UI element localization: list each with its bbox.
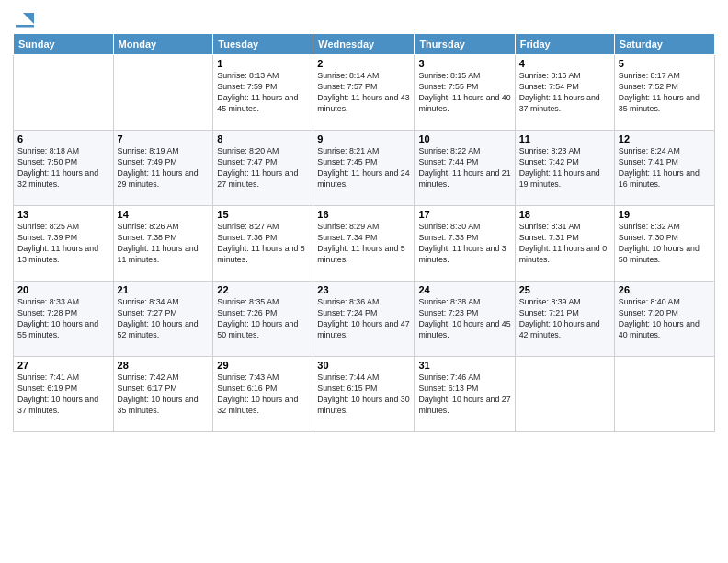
day-info: Sunrise: 8:22 AMSunset: 7:44 PMDaylight:…: [418, 146, 510, 190]
calendar-cell: 1Sunrise: 8:13 AMSunset: 7:59 PMDaylight…: [213, 55, 313, 131]
calendar-cell: 26Sunrise: 8:40 AMSunset: 7:20 PMDayligh…: [614, 282, 714, 357]
calendar-cell: 3Sunrise: 8:15 AMSunset: 7:55 PMDaylight…: [415, 55, 515, 131]
day-info: Sunrise: 8:38 AMSunset: 7:23 PMDaylight:…: [418, 297, 510, 341]
day-number: 5: [619, 58, 711, 69]
calendar-table: SundayMondayTuesdayWednesdayThursdayFrid…: [13, 33, 715, 432]
day-info: Sunrise: 8:34 AMSunset: 7:27 PMDaylight:…: [118, 297, 210, 341]
weekday-tuesday: Tuesday: [213, 34, 313, 55]
day-info: Sunrise: 8:23 AMSunset: 7:42 PMDaylight:…: [519, 146, 610, 190]
day-number: 18: [519, 209, 610, 220]
weekday-monday: Monday: [113, 34, 213, 55]
day-info: Sunrise: 8:25 AMSunset: 7:39 PMDaylight:…: [17, 222, 109, 266]
day-info: Sunrise: 8:27 AMSunset: 7:36 PMDaylight:…: [217, 222, 309, 266]
day-number: 29: [217, 360, 309, 371]
day-info: Sunrise: 8:31 AMSunset: 7:31 PMDaylight:…: [519, 222, 610, 266]
day-info: Sunrise: 8:24 AMSunset: 7:41 PMDaylight:…: [619, 146, 711, 190]
calendar-cell: 30Sunrise: 7:44 AMSunset: 6:15 PMDayligh…: [313, 357, 415, 432]
calendar-cell: 20Sunrise: 8:33 AMSunset: 7:28 PMDayligh…: [14, 282, 114, 357]
day-number: 8: [217, 133, 309, 144]
day-info: Sunrise: 7:43 AMSunset: 6:16 PMDaylight:…: [217, 373, 309, 417]
day-info: Sunrise: 8:19 AMSunset: 7:49 PMDaylight:…: [118, 146, 210, 190]
logo-icon: [16, 9, 36, 29]
day-number: 30: [317, 360, 410, 371]
week-row-3: 13Sunrise: 8:25 AMSunset: 7:39 PMDayligh…: [14, 206, 715, 282]
weekday-sunday: Sunday: [14, 34, 114, 55]
day-number: 22: [217, 284, 309, 295]
day-info: Sunrise: 7:44 AMSunset: 6:15 PMDaylight:…: [317, 373, 410, 417]
day-number: 6: [17, 133, 109, 144]
day-info: Sunrise: 8:35 AMSunset: 7:26 PMDaylight:…: [217, 297, 309, 341]
calendar-cell: 17Sunrise: 8:30 AMSunset: 7:33 PMDayligh…: [415, 206, 515, 282]
calendar-cell: 31Sunrise: 7:46 AMSunset: 6:13 PMDayligh…: [415, 357, 515, 432]
day-number: 16: [317, 209, 410, 220]
day-number: 19: [619, 209, 711, 220]
day-number: 20: [17, 284, 109, 295]
calendar-cell: [614, 357, 714, 432]
page: SundayMondayTuesdayWednesdayThursdayFrid…: [0, 0, 728, 563]
day-info: Sunrise: 8:13 AMSunset: 7:59 PMDaylight:…: [217, 71, 309, 115]
day-info: Sunrise: 8:18 AMSunset: 7:50 PMDaylight:…: [17, 146, 109, 190]
calendar-cell: 9Sunrise: 8:21 AMSunset: 7:45 PMDaylight…: [313, 131, 415, 206]
day-number: 9: [317, 133, 410, 144]
day-number: 3: [418, 58, 510, 69]
day-number: 11: [519, 133, 610, 144]
calendar-cell: [14, 55, 114, 131]
day-info: Sunrise: 7:41 AMSunset: 6:19 PMDaylight:…: [17, 373, 109, 417]
calendar-cell: 24Sunrise: 8:38 AMSunset: 7:23 PMDayligh…: [415, 282, 515, 357]
day-info: Sunrise: 8:15 AMSunset: 7:55 PMDaylight:…: [418, 71, 510, 115]
calendar-cell: 22Sunrise: 8:35 AMSunset: 7:26 PMDayligh…: [213, 282, 313, 357]
calendar-cell: 21Sunrise: 8:34 AMSunset: 7:27 PMDayligh…: [113, 282, 213, 357]
day-info: Sunrise: 8:21 AMSunset: 7:45 PMDaylight:…: [317, 146, 410, 190]
weekday-saturday: Saturday: [614, 34, 714, 55]
week-row-4: 20Sunrise: 8:33 AMSunset: 7:28 PMDayligh…: [14, 282, 715, 357]
calendar-cell: 12Sunrise: 8:24 AMSunset: 7:41 PMDayligh…: [614, 131, 714, 206]
calendar-cell: 15Sunrise: 8:27 AMSunset: 7:36 PMDayligh…: [213, 206, 313, 282]
day-number: 26: [619, 284, 711, 295]
day-number: 21: [118, 284, 210, 295]
calendar-cell: 13Sunrise: 8:25 AMSunset: 7:39 PMDayligh…: [14, 206, 114, 282]
calendar-cell: 28Sunrise: 7:42 AMSunset: 6:17 PMDayligh…: [113, 357, 213, 432]
day-number: 4: [519, 58, 610, 69]
day-info: Sunrise: 8:36 AMSunset: 7:24 PMDaylight:…: [317, 297, 410, 341]
day-number: 17: [418, 209, 510, 220]
day-info: Sunrise: 8:26 AMSunset: 7:38 PMDaylight:…: [118, 222, 210, 266]
calendar-cell: 25Sunrise: 8:39 AMSunset: 7:21 PMDayligh…: [515, 282, 614, 357]
calendar-cell: 19Sunrise: 8:32 AMSunset: 7:30 PMDayligh…: [614, 206, 714, 282]
day-number: 23: [317, 284, 410, 295]
calendar-cell: 29Sunrise: 7:43 AMSunset: 6:16 PMDayligh…: [213, 357, 313, 432]
day-number: 25: [519, 284, 610, 295]
day-info: Sunrise: 7:46 AMSunset: 6:13 PMDaylight:…: [418, 373, 510, 417]
day-info: Sunrise: 8:20 AMSunset: 7:47 PMDaylight:…: [217, 146, 309, 190]
day-info: Sunrise: 8:17 AMSunset: 7:52 PMDaylight:…: [619, 71, 711, 115]
day-number: 13: [17, 209, 109, 220]
calendar-cell: 18Sunrise: 8:31 AMSunset: 7:31 PMDayligh…: [515, 206, 614, 282]
day-number: 2: [317, 58, 410, 69]
day-info: Sunrise: 8:32 AMSunset: 7:30 PMDaylight:…: [619, 222, 711, 266]
week-row-5: 27Sunrise: 7:41 AMSunset: 6:19 PMDayligh…: [14, 357, 715, 432]
day-number: 12: [619, 133, 711, 144]
svg-rect-1: [16, 25, 34, 28]
weekday-friday: Friday: [515, 34, 614, 55]
calendar-cell: 10Sunrise: 8:22 AMSunset: 7:44 PMDayligh…: [415, 131, 515, 206]
calendar-cell: 11Sunrise: 8:23 AMSunset: 7:42 PMDayligh…: [515, 131, 614, 206]
weekday-thursday: Thursday: [415, 34, 515, 55]
calendar-cell: [515, 357, 614, 432]
day-info: Sunrise: 8:30 AMSunset: 7:33 PMDaylight:…: [418, 222, 510, 266]
weekday-header-row: SundayMondayTuesdayWednesdayThursdayFrid…: [14, 34, 715, 55]
day-info: Sunrise: 8:29 AMSunset: 7:34 PMDaylight:…: [317, 222, 410, 266]
day-info: Sunrise: 8:40 AMSunset: 7:20 PMDaylight:…: [619, 297, 711, 341]
day-number: 14: [118, 209, 210, 220]
day-number: 7: [118, 133, 210, 144]
day-number: 1: [217, 58, 309, 69]
calendar-cell: 8Sunrise: 8:20 AMSunset: 7:47 PMDaylight…: [213, 131, 313, 206]
day-number: 31: [418, 360, 510, 371]
week-row-1: 1Sunrise: 8:13 AMSunset: 7:59 PMDaylight…: [14, 55, 715, 131]
day-number: 10: [418, 133, 510, 144]
calendar-cell: 2Sunrise: 8:14 AMSunset: 7:57 PMDaylight…: [313, 55, 415, 131]
calendar-cell: 5Sunrise: 8:17 AMSunset: 7:52 PMDaylight…: [614, 55, 714, 131]
day-info: Sunrise: 7:42 AMSunset: 6:17 PMDaylight:…: [118, 373, 210, 417]
calendar-cell: 23Sunrise: 8:36 AMSunset: 7:24 PMDayligh…: [313, 282, 415, 357]
calendar-cell: 4Sunrise: 8:16 AMSunset: 7:54 PMDaylight…: [515, 55, 614, 131]
calendar-cell: 7Sunrise: 8:19 AMSunset: 7:49 PMDaylight…: [113, 131, 213, 206]
week-row-2: 6Sunrise: 8:18 AMSunset: 7:50 PMDaylight…: [14, 131, 715, 206]
